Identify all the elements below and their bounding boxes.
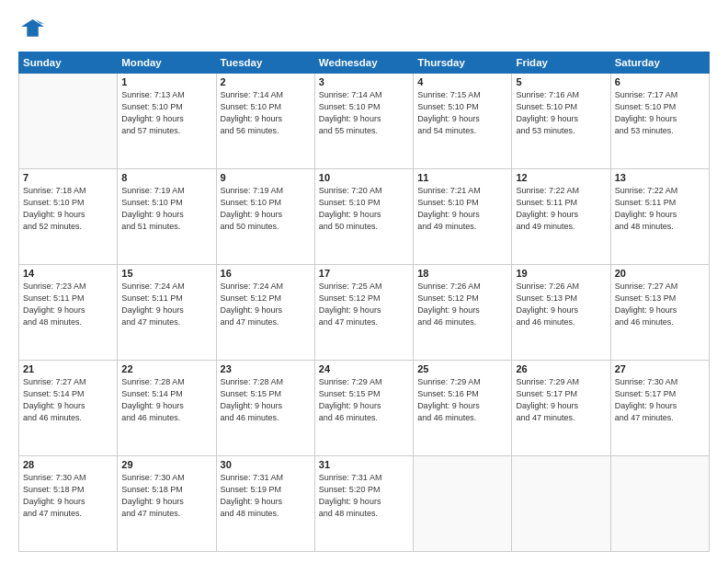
cell-info: Sunrise: 7:26 AMSunset: 5:12 PMDaylight:…: [417, 281, 507, 328]
day-number: 30: [221, 459, 311, 470]
day-number: 4: [417, 76, 507, 87]
cell-info: Sunrise: 7:28 AMSunset: 5:15 PMDaylight:…: [221, 376, 311, 424]
calendar-cell: 2Sunrise: 7:14 AMSunset: 5:10 PMDaylight…: [216, 74, 314, 169]
calendar-cell: 21Sunrise: 7:27 AMSunset: 5:14 PMDayligh…: [19, 361, 118, 456]
calendar-cell: [19, 74, 118, 169]
cell-info: Sunrise: 7:19 AMSunset: 5:10 PMDaylight:…: [221, 185, 311, 233]
cell-info: Sunrise: 7:13 AMSunset: 5:10 PMDaylight:…: [121, 89, 211, 137]
calendar-cell: 6Sunrise: 7:17 AMSunset: 5:10 PMDaylight…: [610, 74, 709, 169]
calendar-week-row: 28Sunrise: 7:30 AMSunset: 5:18 PMDayligh…: [19, 456, 710, 552]
cell-info: Sunrise: 7:22 AMSunset: 5:11 PMDaylight:…: [516, 185, 606, 233]
weekday-header: Monday: [118, 52, 216, 74]
day-number: 20: [615, 268, 705, 279]
cell-info: Sunrise: 7:24 AMSunset: 5:12 PMDaylight:…: [221, 281, 311, 328]
calendar-cell: 12Sunrise: 7:22 AMSunset: 5:11 PMDayligh…: [512, 169, 610, 265]
weekday-header: Tuesday: [216, 52, 314, 74]
day-number: 23: [221, 363, 311, 374]
logo: [18, 17, 48, 42]
day-number: 5: [516, 76, 606, 87]
day-number: 14: [23, 268, 113, 279]
weekday-header: Friday: [512, 52, 610, 74]
calendar-cell: 18Sunrise: 7:26 AMSunset: 5:12 PMDayligh…: [414, 265, 512, 361]
calendar-cell: 1Sunrise: 7:13 AMSunset: 5:10 PMDaylight…: [118, 74, 216, 169]
day-number: 28: [23, 459, 113, 470]
cell-info: Sunrise: 7:31 AMSunset: 5:20 PMDaylight:…: [319, 472, 409, 520]
calendar-week-row: 7Sunrise: 7:18 AMSunset: 5:10 PMDaylight…: [19, 169, 710, 265]
cell-info: Sunrise: 7:14 AMSunset: 5:10 PMDaylight:…: [319, 89, 409, 137]
day-number: 9: [221, 172, 311, 183]
cell-info: Sunrise: 7:26 AMSunset: 5:13 PMDaylight:…: [516, 281, 606, 328]
day-number: 22: [121, 363, 211, 374]
day-number: 13: [615, 172, 705, 183]
calendar-cell: 3Sunrise: 7:14 AMSunset: 5:10 PMDaylight…: [314, 74, 413, 169]
calendar-cell: 10Sunrise: 7:20 AMSunset: 5:10 PMDayligh…: [314, 169, 413, 265]
cell-info: Sunrise: 7:23 AMSunset: 5:11 PMDaylight:…: [23, 281, 113, 328]
svg-marker-0: [21, 19, 44, 37]
calendar-cell: 30Sunrise: 7:31 AMSunset: 5:19 PMDayligh…: [216, 456, 314, 552]
calendar-cell: 17Sunrise: 7:25 AMSunset: 5:12 PMDayligh…: [314, 265, 413, 361]
cell-info: Sunrise: 7:29 AMSunset: 5:15 PMDaylight:…: [319, 376, 409, 424]
cell-info: Sunrise: 7:27 AMSunset: 5:13 PMDaylight:…: [615, 281, 705, 328]
calendar-cell: 11Sunrise: 7:21 AMSunset: 5:10 PMDayligh…: [414, 169, 512, 265]
day-number: 26: [516, 363, 606, 374]
day-number: 31: [319, 459, 409, 470]
day-number: 6: [615, 76, 705, 87]
day-number: 16: [221, 268, 311, 279]
day-number: 27: [615, 363, 705, 374]
calendar-cell: [610, 456, 709, 552]
cell-info: Sunrise: 7:15 AMSunset: 5:10 PMDaylight:…: [417, 89, 507, 137]
weekday-header: Sunday: [19, 52, 118, 74]
calendar-cell: 25Sunrise: 7:29 AMSunset: 5:16 PMDayligh…: [414, 361, 512, 456]
calendar-cell: 28Sunrise: 7:30 AMSunset: 5:18 PMDayligh…: [19, 456, 118, 552]
day-number: 24: [319, 363, 409, 374]
calendar-week-row: 14Sunrise: 7:23 AMSunset: 5:11 PMDayligh…: [19, 265, 710, 361]
day-number: 11: [417, 172, 507, 183]
calendar-cell: 13Sunrise: 7:22 AMSunset: 5:11 PMDayligh…: [610, 169, 709, 265]
cell-info: Sunrise: 7:21 AMSunset: 5:10 PMDaylight:…: [417, 185, 507, 233]
cell-info: Sunrise: 7:29 AMSunset: 5:16 PMDaylight:…: [417, 376, 507, 424]
day-number: 15: [121, 268, 211, 279]
day-number: 8: [121, 172, 211, 183]
calendar-cell: [512, 456, 610, 552]
calendar-cell: 27Sunrise: 7:30 AMSunset: 5:17 PMDayligh…: [610, 361, 709, 456]
calendar-week-row: 1Sunrise: 7:13 AMSunset: 5:10 PMDaylight…: [19, 74, 710, 169]
cell-info: Sunrise: 7:25 AMSunset: 5:12 PMDaylight:…: [319, 281, 409, 328]
day-number: 10: [319, 172, 409, 183]
cell-info: Sunrise: 7:29 AMSunset: 5:17 PMDaylight:…: [516, 376, 606, 424]
calendar-cell: 20Sunrise: 7:27 AMSunset: 5:13 PMDayligh…: [610, 265, 709, 361]
calendar-cell: 31Sunrise: 7:31 AMSunset: 5:20 PMDayligh…: [314, 456, 413, 552]
calendar-week-row: 21Sunrise: 7:27 AMSunset: 5:14 PMDayligh…: [19, 361, 710, 456]
cell-info: Sunrise: 7:24 AMSunset: 5:11 PMDaylight:…: [121, 281, 211, 328]
header: [18, 17, 710, 42]
calendar-cell: 26Sunrise: 7:29 AMSunset: 5:17 PMDayligh…: [512, 361, 610, 456]
calendar-cell: 9Sunrise: 7:19 AMSunset: 5:10 PMDaylight…: [216, 169, 314, 265]
weekday-header: Saturday: [610, 52, 709, 74]
calendar-header-row: SundayMondayTuesdayWednesdayThursdayFrid…: [19, 52, 710, 74]
calendar-cell: 8Sunrise: 7:19 AMSunset: 5:10 PMDaylight…: [118, 169, 216, 265]
cell-info: Sunrise: 7:14 AMSunset: 5:10 PMDaylight:…: [221, 89, 311, 137]
cell-info: Sunrise: 7:18 AMSunset: 5:10 PMDaylight:…: [23, 185, 113, 233]
day-number: 18: [417, 268, 507, 279]
cell-info: Sunrise: 7:19 AMSunset: 5:10 PMDaylight:…: [121, 185, 211, 233]
calendar-cell: 16Sunrise: 7:24 AMSunset: 5:12 PMDayligh…: [216, 265, 314, 361]
calendar-cell: 14Sunrise: 7:23 AMSunset: 5:11 PMDayligh…: [19, 265, 118, 361]
calendar-cell: 19Sunrise: 7:26 AMSunset: 5:13 PMDayligh…: [512, 265, 610, 361]
calendar-cell: 29Sunrise: 7:30 AMSunset: 5:18 PMDayligh…: [118, 456, 216, 552]
calendar-cell: 23Sunrise: 7:28 AMSunset: 5:15 PMDayligh…: [216, 361, 314, 456]
day-number: 21: [23, 363, 113, 374]
cell-info: Sunrise: 7:17 AMSunset: 5:10 PMDaylight:…: [615, 89, 705, 137]
cell-info: Sunrise: 7:20 AMSunset: 5:10 PMDaylight:…: [319, 185, 409, 233]
day-number: 25: [417, 363, 507, 374]
day-number: 17: [319, 268, 409, 279]
weekday-header: Wednesday: [314, 52, 413, 74]
cell-info: Sunrise: 7:30 AMSunset: 5:18 PMDaylight:…: [121, 472, 211, 520]
weekday-header: Thursday: [414, 52, 512, 74]
cell-info: Sunrise: 7:31 AMSunset: 5:19 PMDaylight:…: [221, 472, 311, 520]
day-number: 1: [121, 76, 211, 87]
calendar-cell: 5Sunrise: 7:16 AMSunset: 5:10 PMDaylight…: [512, 74, 610, 169]
calendar-cell: 15Sunrise: 7:24 AMSunset: 5:11 PMDayligh…: [118, 265, 216, 361]
day-number: 2: [221, 76, 311, 87]
day-number: 29: [121, 459, 211, 470]
page: SundayMondayTuesdayWednesdayThursdayFrid…: [0, 0, 728, 563]
calendar-cell: 22Sunrise: 7:28 AMSunset: 5:14 PMDayligh…: [118, 361, 216, 456]
